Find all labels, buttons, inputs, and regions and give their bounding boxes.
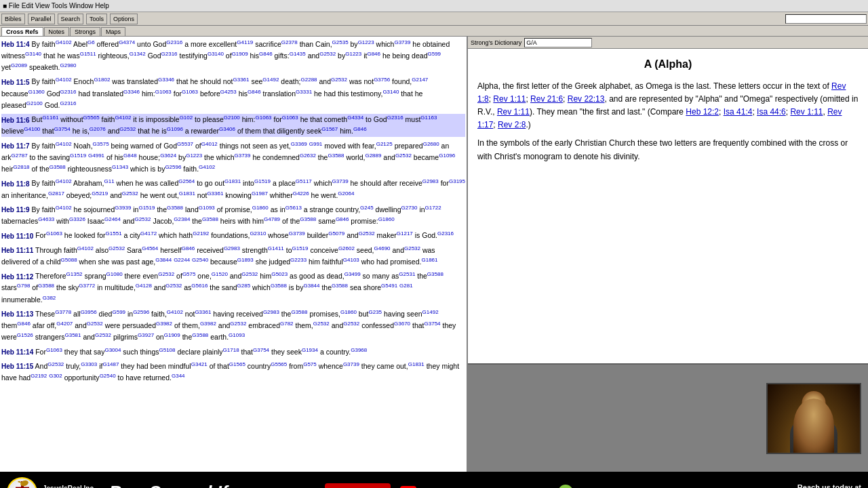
rumble-area: rumble	[558, 485, 610, 488]
bible-text-panel[interactable]: Heb 11:4 By faithG4102 AbelG6 offeredG43…	[0, 37, 468, 472]
verse-heb11-8: Heb 11:8 By faithG4102 Abraham,G11 when …	[1, 178, 465, 201]
link-rev1-11c[interactable]: Rev 1:11	[790, 107, 823, 117]
verse-heb11-4: Heb 11:4 By faithG4102 AbelG6 offeredG43…	[1, 38, 465, 73]
link-heb12-2[interactable]: Heb 12:2	[686, 107, 719, 117]
sub-tab-row: Cross Refs Notes Strongs Maps	[0, 26, 868, 37]
video-panel	[468, 363, 868, 472]
definition-para1: Alpha, the first letter of the Greek alp…	[477, 80, 859, 132]
parallel-btn[interactable]: Parallel	[28, 14, 55, 24]
verse-heb11-13: Heb 11:13 TheseG3778 allG3956 diedG599 i…	[1, 308, 465, 343]
contact-line1: Reach us today at	[766, 483, 861, 489]
tab-strongs[interactable]: Strongs	[70, 27, 100, 36]
link-rev2-8[interactable]: Rev 2:8	[498, 120, 526, 129]
verse-ref-heb11-10[interactable]: Heb 11:10	[1, 232, 33, 239]
verse-ref-heb11-4[interactable]: Heb 11:4	[1, 41, 30, 48]
app-title: ■ File Edit View Tools Window Help	[3, 2, 109, 9]
verse-ref-heb11-6[interactable]: Heb 11:6	[1, 116, 30, 123]
presenter-name: Bro. Samuel Ifere	[109, 482, 254, 489]
tab-cross-refs[interactable]: Cross Refs	[1, 27, 43, 36]
link-rev1-17[interactable]: Rev 1:17	[477, 107, 842, 129]
verse-heb11-14: Heb 11:14 ForG1063 they that sayG3004 su…	[1, 346, 465, 357]
definition-panel: A (Alpha) Alpha, the first letter of the…	[468, 49, 868, 363]
strongs-search-input[interactable]	[524, 38, 592, 47]
verse-ref-heb11-13[interactable]: Heb 11:13	[1, 310, 33, 318]
verse-heb11-6: Heb 11:6 ButG1161 withoutG5565 faithG410…	[1, 114, 465, 138]
video-person	[768, 384, 860, 453]
tools-btn[interactable]: Tools	[86, 14, 107, 24]
verse-ref-heb11-11[interactable]: Heb 11:11	[1, 247, 33, 254]
logo-circle	[7, 477, 37, 489]
verse-ref-heb11-15[interactable]: Heb 11:15	[1, 363, 33, 370]
search-input[interactable]	[785, 14, 867, 24]
options-btn[interactable]: Options	[110, 14, 138, 24]
logo-icon	[12, 480, 33, 488]
verse-ref-heb11-14[interactable]: Heb 11:14	[1, 348, 33, 356]
link-rev21-6[interactable]: Rev 21:6	[530, 94, 563, 104]
verse-heb11-5: Heb 11:5 By faithG4102 EnochG1802 was tr…	[1, 76, 465, 111]
definition-para2: In the symbols of the early Christian Ch…	[477, 137, 859, 163]
social-area: Subscribe YouTube @JesusIsReal-24 rumble…	[268, 483, 752, 489]
verse-heb11-11: Heb 11:11 Through faithG4102 alsoG2532 S…	[1, 244, 465, 268]
right-toolbar-label: Strong's Dictionary	[471, 39, 521, 46]
bibles-btn[interactable]: Bibles	[1, 14, 25, 24]
verse-ref-heb11-5[interactable]: Heb 11:5	[1, 78, 30, 85]
window-titlebar: ■ File Edit View Tools Window Help	[0, 0, 868, 12]
tab-notes[interactable]: Notes	[44, 27, 70, 36]
link-rev1-11a[interactable]: Rev 1:11	[493, 94, 526, 104]
verse-heb11-15: Heb 11:15 AndG2532 truly,G3303 ifG1487 t…	[1, 360, 465, 384]
definition-title: A (Alpha)	[477, 56, 859, 73]
verse-ref-heb11-12[interactable]: Heb 11:12	[1, 272, 33, 280]
bottom-banner: JesusIsReal Inc. MINISTRIES Bro. Samuel …	[0, 472, 868, 488]
link-rev1-11b[interactable]: Rev 1:11	[497, 107, 530, 117]
verse-heb11-10: Heb 11:10 ForG1063 he looked forG1551 a …	[1, 230, 465, 241]
verse-heb11-12: Heb 11:12 ThereforeG1352 sprangG1080 the…	[1, 270, 465, 306]
link-isa44-6[interactable]: Isa 44:6	[757, 107, 786, 117]
rumble-icon	[558, 485, 573, 488]
verse-ref-heb11-8[interactable]: Heb 11:8	[1, 180, 30, 187]
logo-area: JesusIsReal Inc. MINISTRIES	[7, 477, 96, 489]
subscribe-button[interactable]: Subscribe	[325, 483, 391, 489]
verse-ref-heb11-7[interactable]: Heb 11:7	[1, 142, 30, 150]
link-isa41-4[interactable]: Isa 41:4	[724, 107, 753, 117]
verse-ref-heb11-9[interactable]: Heb 11:9	[1, 206, 30, 214]
main-content-area: Heb 11:4 By faithG4102 AbelG6 offeredG43…	[0, 37, 868, 472]
right-panel: Strong's Dictionary A (Alpha) Alpha, the…	[468, 37, 868, 472]
tab-maps[interactable]: Maps	[101, 27, 125, 36]
verse-heb11-7: Heb 11:7 By faithG4102 Noah,G3575 being …	[1, 140, 465, 175]
main-toolbar: Bibles Parallel Search Tools Options	[0, 12, 868, 26]
video-thumbnail[interactable]	[766, 383, 861, 454]
contact-area: Reach us today at info@jesusisreal.co.uk	[766, 483, 861, 489]
link-rev22-13[interactable]: Rev 22:13	[568, 94, 605, 104]
search-btn[interactable]: Search	[58, 14, 84, 24]
verse-heb11-9: Heb 11:9 By faithG4102 he sojournedG3939…	[1, 203, 465, 227]
right-toolbar: Strong's Dictionary	[468, 37, 868, 49]
